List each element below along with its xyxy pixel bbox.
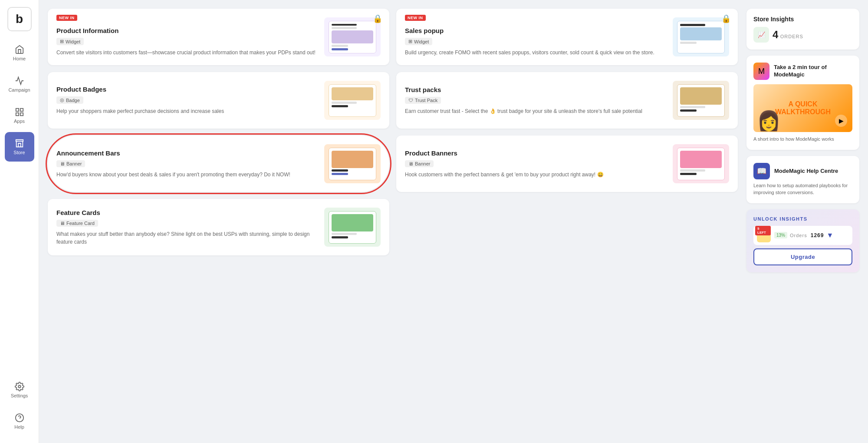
card-desc-feature-cards: What makes your stuff better than anybod… xyxy=(56,230,317,246)
help-centre-desc: Learn how to setup automated playbooks f… xyxy=(753,182,852,196)
card-desc-trust-packs: Earn customer trust fast - Select the 👌 … xyxy=(405,107,666,115)
orders-count: 4 xyxy=(773,29,778,40)
home-icon xyxy=(15,45,24,54)
tour-person-emoji: 👩 xyxy=(757,109,781,132)
sidebar-item-help[interactable]: Help xyxy=(5,407,34,436)
upgrade-button[interactable]: Upgrade xyxy=(753,248,852,265)
type-badge-announcement-bars: 🖥 Banner xyxy=(56,160,85,167)
card-product-banners[interactable]: Product Banners 🖥 Banner Hook customers … xyxy=(396,136,738,192)
cards-grid: NEW IN Product Information ⊞ Widget Conv… xyxy=(48,9,738,434)
svg-rect-2 xyxy=(16,113,18,116)
help-card[interactable]: 📖 ModeMagic Help Centre Learn how to set… xyxy=(746,156,859,203)
card-sales-popup[interactable]: NEW IN Sales popup ⊞ Widget Build urgenc… xyxy=(396,9,738,65)
card-title-announcement-bars: Announcement Bars xyxy=(56,149,317,157)
badge-left: 5 LEFT xyxy=(755,226,771,235)
type-badge-product-information: ⊞ Widget xyxy=(56,38,84,45)
card-desc-announcement-bars: How'd buyers know about your best deals … xyxy=(56,171,317,179)
card-content-trust-packs: Trust packs 🛡 Trust Pack Earn customer t… xyxy=(405,86,666,115)
tour-desc: A short intro to how ModeMagic works xyxy=(753,136,852,143)
card-title-product-banners: Product Banners xyxy=(405,149,666,157)
card-content-product-badges: Product Badges ◎ Badge Help your shopper… xyxy=(56,86,317,115)
card-image-product-badges xyxy=(324,81,381,120)
sidebar-item-home[interactable]: Home xyxy=(5,38,34,68)
sidebar: b Home Campaign Apps Store Settings Help xyxy=(0,0,39,443)
card-image-product-information xyxy=(324,17,381,56)
card-content-product-banners: Product Banners 🖥 Banner Hook customers … xyxy=(405,149,666,179)
apps-icon xyxy=(15,107,24,117)
feature-icon-6: 🖥 xyxy=(60,221,65,226)
campaign-icon xyxy=(15,76,24,86)
unlock-title: UNLOCK INSIGHTS xyxy=(753,216,852,222)
sidebar-item-store[interactable]: Store xyxy=(5,132,34,162)
unlock-product-row: 5 LEFT 13% Orders 1269 ▼ xyxy=(753,226,852,245)
card-content-product-information: Product Information ⊞ Widget Convert sit… xyxy=(56,17,317,56)
card-title-product-badges: Product Badges xyxy=(56,86,317,93)
sidebar-item-store-label: Store xyxy=(13,150,25,155)
card-content-announcement-bars: Announcement Bars 🖥 Banner How'd buyers … xyxy=(56,149,317,179)
orders-label: ORDERS xyxy=(780,34,803,39)
settings-icon xyxy=(15,382,24,391)
card-image-sales-popup xyxy=(673,17,729,56)
type-badge-product-banners: 🖥 Banner xyxy=(405,160,434,167)
sidebar-logo: b xyxy=(7,7,32,31)
card-image-trust-packs xyxy=(673,81,729,120)
arrow-down-icon: ▼ xyxy=(826,231,833,239)
trend-icon: 📈 xyxy=(753,27,769,43)
badge-icon-2: ◎ xyxy=(60,97,64,103)
help-icon xyxy=(15,413,24,423)
sidebar-item-campaign[interactable]: Campaign xyxy=(5,69,34,99)
tour-walkthrough-label: A QUICKWALKTHROUGH xyxy=(772,97,834,119)
new-in-badge-sales-popup: NEW IN xyxy=(405,15,426,21)
card-image-announcement-bars xyxy=(324,144,381,183)
tour-title: Take a 2 min tour of ModeMagic xyxy=(774,64,852,79)
card-trust-packs[interactable]: Trust packs 🛡 Trust Pack Earn customer t… xyxy=(396,72,738,129)
card-desc-product-badges: Help your shoppers make perfect purchase… xyxy=(56,107,317,115)
orders-pct-badge: 13% xyxy=(774,232,787,238)
unlock-insights-card: UNLOCK INSIGHTS 5 LEFT 13% Orders 1269 xyxy=(746,209,859,272)
sidebar-bottom: Settings Help xyxy=(5,375,34,436)
main-area: NEW IN Product Information ⊞ Widget Conv… xyxy=(39,0,868,443)
card-title-trust-packs: Trust packs xyxy=(405,86,666,93)
sidebar-item-home-label: Home xyxy=(13,56,26,61)
sidebar-item-settings-label: Settings xyxy=(11,393,28,398)
type-badge-sales-popup: ⊞ Widget xyxy=(405,38,432,45)
tour-icon: M xyxy=(753,63,769,80)
card-content-sales-popup: Sales popup ⊞ Widget Build urgency, crea… xyxy=(405,17,666,56)
tour-card[interactable]: M Take a 2 min tour of ModeMagic A QUICK… xyxy=(746,56,859,150)
insights-row: 📈 4 ORDERS xyxy=(753,27,852,43)
widget-icon-0: ⊞ xyxy=(60,39,64,44)
card-feature-cards[interactable]: Feature Cards 🖥 Feature Card What makes … xyxy=(48,199,389,255)
banner-icon-4: 🖥 xyxy=(60,161,65,166)
new-in-badge-product-information: NEW IN xyxy=(56,15,77,21)
card-announcement-bars[interactable]: Announcement Bars 🖥 Banner How'd buyers … xyxy=(48,136,389,192)
type-badge-feature-cards: 🖥 Feature Card xyxy=(56,220,98,227)
svg-point-4 xyxy=(18,385,21,388)
widget-icon-1: ⊞ xyxy=(408,39,412,44)
right-panel: Store Insights 📈 4 ORDERS M Take a 2 min… xyxy=(746,9,859,434)
svg-rect-3 xyxy=(20,113,23,116)
card-title-product-information: Product Information xyxy=(56,27,317,34)
sidebar-item-apps[interactable]: Apps xyxy=(5,101,34,130)
card-image-product-banners xyxy=(673,144,729,183)
lock-icon-product-information: 🔒 xyxy=(373,14,382,23)
help-centre-icon: 📖 xyxy=(753,163,770,179)
type-badge-product-badges: ◎ Badge xyxy=(56,96,83,104)
banner-icon-5: 🖥 xyxy=(408,161,413,166)
store-insights-card: Store Insights 📈 4 ORDERS xyxy=(746,9,859,50)
card-desc-sales-popup: Build urgency, create FOMO with recent s… xyxy=(405,49,666,56)
card-desc-product-banners: Hook customers with the perfect banners … xyxy=(405,171,666,179)
card-title-sales-popup: Sales popup xyxy=(405,27,666,34)
help-centre-title: ModeMagic Help Centre xyxy=(774,168,838,174)
tour-image: A QUICKWALKTHROUGH ▶ 👩 xyxy=(753,84,852,132)
tour-play-button[interactable]: ▶ xyxy=(835,115,847,127)
svg-rect-0 xyxy=(16,109,18,111)
orders-num: Orders 1269 xyxy=(790,232,824,238)
store-icon xyxy=(15,139,24,148)
card-image-feature-cards xyxy=(324,208,381,247)
lock-icon-sales-popup: 🔒 xyxy=(721,14,731,23)
card-product-badges[interactable]: Product Badges ◎ Badge Help your shopper… xyxy=(48,72,389,129)
sidebar-item-apps-label: Apps xyxy=(14,119,25,124)
trust-icon-3: 🛡 xyxy=(408,98,413,103)
sidebar-item-settings[interactable]: Settings xyxy=(5,375,34,405)
card-product-information[interactable]: NEW IN Product Information ⊞ Widget Conv… xyxy=(48,9,389,65)
